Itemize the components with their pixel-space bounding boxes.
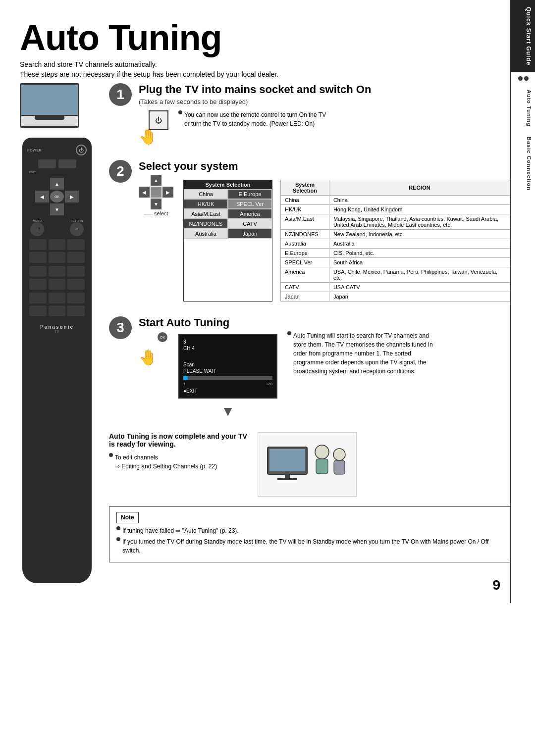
menu-label: MENU: [30, 219, 44, 222]
sys-hkuk: HK/UK: [184, 199, 228, 209]
region-table-row: CATVUSA CATV: [281, 283, 510, 292]
remote-grid-btn-11[interactable]: [49, 279, 66, 290]
tv-line1-left: 3: [183, 339, 186, 345]
step-3: 3 Start Auto Tuning OK 🤚: [109, 316, 510, 424]
remote-btn-2[interactable]: [58, 159, 76, 168]
remote-grid-btn-12[interactable]: [67, 279, 85, 290]
remote-grid-btn-5[interactable]: [49, 252, 66, 263]
dpad-corner-bl: [35, 203, 49, 215]
ok-button[interactable]: OK: [50, 191, 64, 202]
dpad-right[interactable]: ▶: [65, 191, 79, 202]
remote-grid-btn-2[interactable]: [49, 239, 66, 250]
step-2-heading: Select your system: [139, 160, 510, 173]
svg-rect-1: [269, 449, 305, 471]
remote-grid-btn-4[interactable]: [29, 252, 47, 263]
steps-col: 1 Plug the TV into mains socket and swit…: [109, 83, 510, 583]
sidebar-qsg: Quick Start Guide: [511, 0, 535, 72]
sys-asiameast: Asia/M.East: [184, 209, 228, 219]
step-1-subheading: (Takes a few seconds to be displayed): [139, 98, 510, 105]
system-selection-box: System Selection China E.Europe HK/UK SP…: [183, 180, 272, 302]
region-system-cell: SPECL Ver: [281, 258, 329, 267]
region-system-cell: HK/UK: [281, 205, 329, 214]
brand-label: Panasonic: [27, 324, 87, 330]
system-grid: China E.Europe HK/UK SPECL Ver Asia/M.Ea…: [184, 189, 272, 239]
dpad-left[interactable]: ◀: [35, 191, 49, 202]
dpad-down[interactable]: ▼: [50, 203, 64, 215]
region-table-row: HK/UKHong Kong, United Kingdom: [281, 205, 510, 214]
menu-button[interactable]: ☰: [30, 222, 44, 236]
remote-grid-btn-8[interactable]: [49, 266, 66, 277]
remote-grid-btn-13[interactable]: [29, 293, 47, 303]
bullet-icon-3: [287, 331, 291, 335]
region-system-cell: Japan: [281, 292, 329, 302]
remote-grid-btn-18[interactable]: [67, 305, 85, 316]
right-sidebar: Quick Start Guide Auto Tuning Basic Conn…: [510, 0, 535, 603]
remote-grid-btn-16[interactable]: [29, 305, 47, 316]
remote-grid-btn-10[interactable]: [29, 279, 47, 290]
tv-progress-bar: [183, 376, 272, 380]
region-region-cell: South Africa: [329, 258, 510, 267]
remote-grid-btn-15[interactable]: [67, 293, 85, 303]
step-3-note: Auto Tuning will start to search for TV …: [287, 331, 436, 378]
sys-catv: CATV: [228, 219, 272, 229]
remote-grid-btn-7[interactable]: [29, 266, 47, 277]
dot-1: [518, 76, 523, 81]
region-table-row: JapanJapan: [281, 292, 510, 302]
region-region-cell: Australia: [329, 239, 510, 249]
remote-control: POWER ⏻ EXIT ▲: [22, 138, 92, 583]
remote-btn-1[interactable]: [38, 159, 56, 168]
note-box: Note If tuning have failed ⇒ "Auto Tunin…: [109, 506, 510, 562]
svg-rect-2: [285, 474, 290, 478]
region-system-cell: E.Europe: [281, 249, 329, 258]
complete-note-prefix: To edit channels: [115, 454, 158, 461]
svg-rect-5: [316, 459, 328, 474]
region-table: System Selection REGION ChinaChinaHK/UKH…: [280, 180, 510, 302]
sys-australia: Australia: [184, 229, 228, 239]
complete-heading: Auto Tuning is now complete and your TV …: [109, 432, 248, 448]
sys-speclver: SPECL Ver: [228, 199, 272, 209]
tv-label: TV: [27, 330, 87, 333]
remote-grid-btn-6[interactable]: [67, 252, 85, 263]
power-illustration: ⏻ 🤚: [139, 110, 168, 145]
bullet-icon-complete: [109, 453, 113, 457]
remote-grid-btn-14[interactable]: [49, 293, 66, 303]
complete-note: To edit channels ⇒ Editing and Setting C…: [109, 453, 248, 471]
region-system-cell: NZ/INDONES: [281, 230, 329, 239]
region-region-cell: Hong Kong, United Kingdom: [329, 205, 510, 214]
region-region-cell: Malaysia, Singapore, Thailand, Asia coun…: [329, 214, 510, 230]
people-svg: [263, 437, 352, 492]
dot-2: [524, 76, 529, 81]
return-button[interactable]: ↩: [70, 222, 84, 236]
step-3-circle: 3: [109, 316, 132, 339]
region-system-cell: America: [281, 267, 329, 283]
sys-eeurope: E.Europe: [228, 189, 272, 199]
intro-line2: These steps are not necessary if the set…: [20, 70, 510, 78]
region-region-cell: China: [329, 196, 510, 205]
sys-nzindones: NZ/INDONES: [184, 219, 228, 229]
remote-grid-btn-17[interactable]: [49, 305, 66, 316]
system-selection-header: System Selection: [184, 180, 272, 189]
region-col1-header: System Selection: [281, 180, 329, 196]
step-1-circle: 1: [109, 83, 132, 106]
dpad-illustration: ▲ ◀ ▶ ▼: [139, 175, 173, 216]
step-1-note: You can now use the remote control to tu…: [178, 110, 327, 130]
remote-grid-btn-1[interactable]: [29, 239, 47, 250]
remote-grid-btn-9[interactable]: [67, 266, 85, 277]
dpad-corner-tr: [65, 178, 79, 190]
region-region-cell: USA CATV: [329, 283, 510, 292]
select-label: —— select: [144, 210, 168, 216]
arrow-right-icon: ⇒: [115, 463, 121, 470]
people-illustration: [258, 432, 357, 497]
remote-grid-btn-3[interactable]: [67, 239, 85, 250]
ok-hand-illustration: OK 🤚: [139, 331, 168, 366]
tv-exit-label: ●EXIT: [183, 388, 272, 394]
power-button[interactable]: ⏻: [76, 145, 87, 155]
svg-point-6: [333, 449, 345, 460]
tv-scan-label: Scan: [183, 362, 195, 367]
region-region-cell: CIS, Poland, etc.: [329, 249, 510, 258]
dpad-up[interactable]: ▲: [50, 178, 64, 190]
step-3-heading: Start Auto Tuning: [139, 316, 510, 329]
region-col2-header: REGION: [329, 180, 510, 196]
region-system-cell: Asia/M.East: [281, 214, 329, 230]
sidebar-auto-tuning: Auto Tuning: [511, 85, 535, 132]
